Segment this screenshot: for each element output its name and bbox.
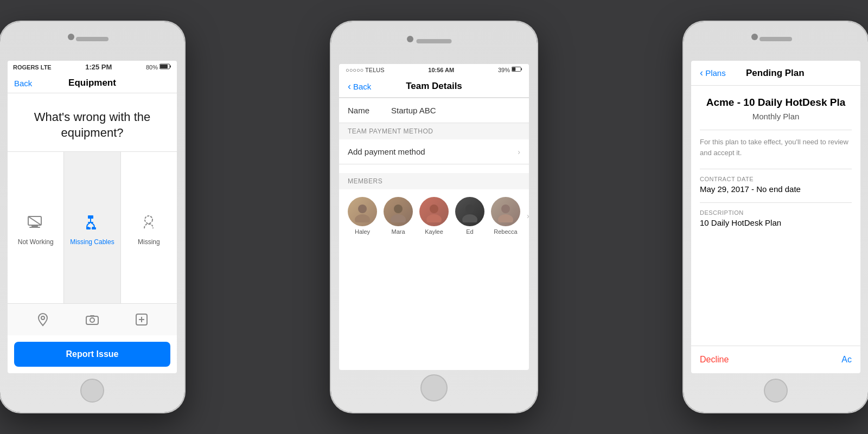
member-kaylee: Kaylee <box>419 197 449 235</box>
svg-point-29 <box>465 205 474 213</box>
svg-rect-9 <box>88 222 93 223</box>
svg-point-12 <box>145 216 152 224</box>
plan-note: For this plan to take effect, you'll nee… <box>700 137 852 158</box>
middle-phone-speaker <box>417 39 452 43</box>
svg-point-31 <box>501 205 510 213</box>
contract-date-label: CONTRACT DATE <box>700 176 852 182</box>
description-field: DESCRIPTION 10 Daily HotDesk Plan <box>700 209 852 227</box>
right-nav-title: Pending Plan <box>746 68 805 79</box>
report-issue-button[interactable]: Report Issue <box>14 342 170 367</box>
accept-button[interactable]: Ac <box>841 355 852 365</box>
not-working-label: Not Working <box>18 238 54 246</box>
member-name-mara: Mara <box>391 228 405 235</box>
plan-type: Monthly Plan <box>700 112 852 121</box>
svg-rect-22 <box>512 67 515 71</box>
middle-phone-camera <box>407 36 413 42</box>
member-mara: Mara <box>384 197 413 235</box>
middle-nav-title: Team Details <box>406 81 462 92</box>
location-button[interactable] <box>36 312 50 327</box>
members-chevron: › <box>527 212 529 220</box>
middle-nav-bar: ‹ Back Team Details <box>339 75 529 98</box>
member-haley: Haley <box>348 197 377 235</box>
left-phone-speaker <box>76 37 108 41</box>
left-back-button[interactable]: Back <box>14 79 32 88</box>
member-name-rebecca: Rebecca <box>494 228 517 235</box>
option-missing-cables[interactable]: Missing Cables <box>64 152 120 303</box>
svg-point-26 <box>391 214 406 222</box>
left-time: 1:25 PM <box>85 63 112 71</box>
svg-point-27 <box>430 205 438 213</box>
plan-title: Acme - 10 Daily HotDesk Pla <box>700 97 852 108</box>
member-ed: Ed <box>455 197 484 235</box>
left-battery: 80% <box>146 63 171 71</box>
plan-divider-2 <box>700 169 852 169</box>
middle-battery: 39% <box>498 66 522 73</box>
camera-button[interactable] <box>85 312 99 327</box>
svg-rect-7 <box>88 215 93 219</box>
middle-status-bar: ○○○○○ TELUS 10:56 AM 39% <box>339 64 529 75</box>
svg-point-15 <box>90 318 94 322</box>
option-not-working[interactable]: Not Working <box>8 152 64 303</box>
svg-rect-10 <box>86 227 91 229</box>
name-label: Name <box>348 106 391 115</box>
middle-time: 10:56 AM <box>428 67 454 73</box>
svg-point-32 <box>498 214 513 222</box>
right-phone-speaker <box>760 37 792 41</box>
left-phone-screen: ROGERS LTE 1:25 PM 80% Back Equipment Wh… <box>8 61 177 373</box>
missing-icon <box>137 210 161 234</box>
phone-left: ROGERS LTE 1:25 PM 80% Back Equipment Wh… <box>0 22 184 412</box>
left-nav-title: Equipment <box>68 78 116 88</box>
svg-point-28 <box>426 214 442 222</box>
decline-button[interactable]: Decline <box>700 355 729 365</box>
middle-back-button[interactable]: ‹ Back <box>348 81 371 92</box>
equipment-options: Not Working <box>8 151 177 303</box>
svg-rect-8 <box>90 219 91 222</box>
svg-line-4 <box>28 216 41 225</box>
right-back-button[interactable]: ‹ Plans <box>700 67 726 79</box>
svg-point-13 <box>41 316 44 320</box>
svg-rect-6 <box>29 227 40 228</box>
svg-point-23 <box>358 205 367 213</box>
bottom-actions <box>8 303 177 335</box>
avatar-rebecca <box>491 197 520 226</box>
option-missing[interactable]: Missing <box>121 152 177 303</box>
payment-header: TEAM PAYMENT METHOD <box>339 123 529 139</box>
members-list: Haley Mara <box>339 189 529 242</box>
plan-content: Acme - 10 Daily HotDesk Pla Monthly Plan… <box>691 86 860 346</box>
add-note-button[interactable] <box>135 312 149 327</box>
contract-date-field: CONTRACT DATE May 29, 2017 - No end date <box>700 176 852 194</box>
payment-chevron: › <box>518 148 520 156</box>
payment-row[interactable]: Add payment method › <box>339 139 529 164</box>
svg-point-24 <box>355 214 370 222</box>
svg-rect-21 <box>521 68 522 71</box>
svg-rect-5 <box>31 225 38 227</box>
middle-phone-screen: ○○○○○ TELUS 10:56 AM 39% ‹ Back Team Det… <box>339 64 529 370</box>
members-section: MEMBERS Haley <box>339 173 529 242</box>
phone-right: ‹ Plans Pending Plan Acme - 10 Daily Hot… <box>684 22 868 412</box>
left-carrier: ROGERS LTE <box>13 64 52 71</box>
svg-rect-16 <box>90 315 94 317</box>
contract-date-value: May 29, 2017 - No end date <box>700 184 852 194</box>
right-phone-screen: ‹ Plans Pending Plan Acme - 10 Daily Hot… <box>691 61 860 373</box>
name-value: Startup ABC <box>391 106 436 115</box>
svg-rect-11 <box>92 227 96 229</box>
not-working-icon <box>24 210 48 234</box>
members-header: MEMBERS <box>339 173 529 189</box>
phone-middle: ○○○○○ TELUS 10:56 AM 39% ‹ Back Team Det… <box>331 22 537 412</box>
avatar-kaylee <box>419 197 449 226</box>
right-home-button[interactable] <box>764 379 788 403</box>
equipment-question: What's wrong with the equipment? <box>8 93 177 151</box>
left-phone-camera <box>68 34 74 40</box>
avatar-haley <box>348 197 377 226</box>
middle-screen-content: ○○○○○ TELUS 10:56 AM 39% ‹ Back Team Det… <box>339 64 529 370</box>
middle-carrier: ○○○○○ TELUS <box>346 67 385 73</box>
member-rebecca: Rebecca <box>491 197 520 235</box>
member-name-haley: Haley <box>355 228 370 235</box>
middle-home-button[interactable] <box>420 374 448 401</box>
missing-cables-icon <box>80 210 104 234</box>
payment-cta: Add payment method <box>348 147 425 156</box>
left-home-button[interactable] <box>80 379 104 403</box>
avatar-mara <box>384 197 413 226</box>
right-phone-camera <box>751 34 758 40</box>
plan-actions: Decline Ac <box>691 346 860 373</box>
